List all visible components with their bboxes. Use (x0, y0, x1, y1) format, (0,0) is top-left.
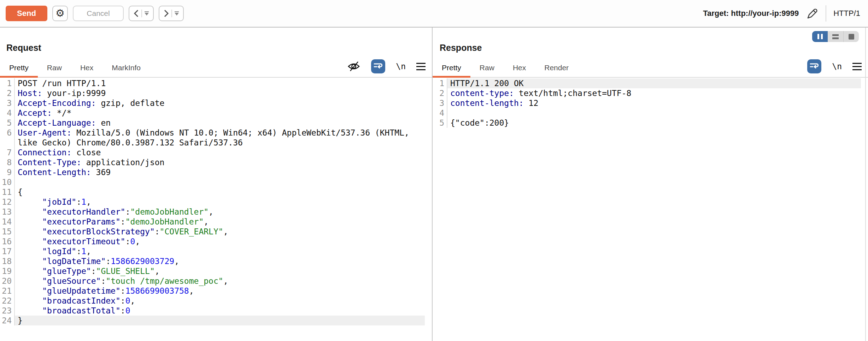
code-line: 17 "logId":1, (0, 246, 432, 256)
code-line: 3content-length: 12 (433, 98, 868, 108)
history-back-button[interactable] (129, 6, 154, 21)
settings-button[interactable]: ⚙︎ (52, 6, 68, 21)
chevron-right-icon (164, 10, 169, 17)
code-line: 2content-type: text/html;charset=UTF-8 (433, 88, 868, 98)
code-line: 1HTTP/1.1 200 OK (433, 78, 868, 88)
tab-render[interactable]: Render (535, 64, 578, 77)
chevron-left-icon (134, 10, 139, 17)
word-wrap-toggle[interactable] (371, 59, 385, 73)
line-number: 12 (0, 197, 15, 207)
cancel-button[interactable]: Cancel (73, 6, 124, 21)
tab-raw[interactable]: Raw (470, 64, 504, 77)
forward-dropdown-icon[interactable] (175, 11, 179, 16)
layout-stacked-button[interactable] (828, 31, 843, 42)
code-line: 2Host: your-ip:9999 (0, 88, 432, 98)
line-number: 10 (0, 177, 15, 187)
send-button[interactable]: Send (6, 6, 47, 21)
single-pane-icon (849, 34, 854, 40)
line-number: 11 (0, 187, 15, 197)
code-line: 6User-Agent: Mozilla/5.0 (Windows NT 10.… (0, 128, 432, 148)
line-number: 2 (433, 88, 447, 98)
newline-toggle[interactable]: \n (396, 62, 406, 71)
rows-layout-icon (832, 34, 839, 39)
wrap-lines-icon (810, 62, 819, 71)
line-number: 5 (0, 118, 15, 128)
newline-toggle[interactable]: \n (832, 62, 842, 71)
line-number: 7 (0, 148, 15, 157)
tab-pretty[interactable]: Pretty (0, 64, 38, 77)
menu-icon[interactable] (852, 63, 862, 70)
response-panel: Response PrettyRawHexRender \n 1HTTP/1. (433, 28, 868, 341)
word-wrap-toggle[interactable] (807, 59, 821, 73)
layout-single-button[interactable] (843, 31, 859, 42)
tab-raw[interactable]: Raw (38, 64, 71, 77)
menu-icon[interactable] (416, 63, 426, 70)
history-forward-button[interactable] (159, 6, 184, 21)
code-line: 20 "glueSource":"touch /tmp/awesome_poc"… (0, 276, 432, 286)
back-dropdown-icon[interactable] (145, 11, 149, 16)
code-line: 24} (0, 316, 432, 325)
request-title: Request (6, 42, 432, 53)
line-number: 2 (0, 88, 15, 98)
tab-hex[interactable]: Hex (71, 64, 102, 77)
http-version-selector[interactable]: HTTP/1 (833, 9, 862, 18)
code-line: 18 "logDateTime":1586629003729, (0, 256, 432, 266)
scrollbar[interactable] (865, 28, 866, 341)
line-number: 3 (0, 98, 15, 108)
response-editor[interactable]: 1HTTP/1.1 200 OK2content-type: text/html… (433, 78, 868, 128)
code-line: 7Connection: close (0, 148, 432, 157)
line-number: 15 (0, 227, 15, 237)
gear-icon: ⚙︎ (55, 7, 65, 19)
request-editor[interactable]: 1POST /run HTTP/1.12Host: your-ip:99993A… (0, 78, 432, 325)
code-line: 8Content-Type: application/json (0, 157, 432, 167)
line-number: 14 (0, 217, 15, 227)
code-line: 4 (433, 108, 868, 118)
code-line: 12 "jobId":1, (0, 197, 432, 207)
divider (171, 10, 172, 17)
tab-markinfo[interactable]: MarkInfo (102, 64, 150, 77)
code-line: 22 "broadcastIndex":0, (0, 296, 432, 306)
line-number: 22 (0, 296, 15, 306)
code-line: 1POST /run HTTP/1.1 (0, 78, 432, 88)
divider (141, 10, 142, 17)
hide-eye-slash-icon[interactable] (347, 61, 360, 72)
line-number: 21 (0, 286, 15, 296)
code-line: 21 "glueUpdatetime":1586699003758, (0, 286, 432, 296)
line-number: 24 (0, 316, 15, 325)
layout-switcher (812, 31, 859, 42)
code-line: 10 (0, 177, 432, 187)
line-number: 18 (0, 256, 15, 266)
layout-side-by-side-button[interactable] (812, 31, 828, 42)
columns-layout-icon (817, 34, 823, 39)
divider (826, 5, 826, 22)
target-label: Target: http://your-ip:9999 (703, 9, 799, 18)
line-number: 20 (0, 276, 15, 286)
line-number: 9 (0, 167, 15, 177)
line-number: 19 (0, 266, 15, 276)
line-number: 17 (0, 246, 15, 256)
line-number: 6 (0, 128, 15, 148)
code-line: 13 "executorHandler":"demoJobHandler", (0, 207, 432, 217)
tab-pretty[interactable]: Pretty (433, 64, 470, 77)
code-line: 9Content-Length: 369 (0, 167, 432, 177)
code-line: 16 "executorTimeout":0, (0, 237, 432, 246)
line-number: 16 (0, 237, 15, 246)
line-number: 4 (0, 108, 15, 118)
wrap-lines-icon (374, 62, 383, 71)
code-line: 14 "executorParams":"demoJobHandler", (0, 217, 432, 227)
code-line: 5{"code":200} (433, 118, 868, 128)
code-line: 4Accept: */* (0, 108, 432, 118)
edit-target-pencil-icon[interactable] (806, 7, 819, 20)
code-line: 15 "executorBlockStrategy":"COVER_EARLY"… (0, 227, 432, 237)
tab-hex[interactable]: Hex (504, 64, 535, 77)
line-number: 13 (0, 207, 15, 217)
request-tabbar: PrettyRawHexMarkInfo \n (0, 56, 432, 78)
line-number: 3 (433, 98, 447, 108)
response-title: Response (440, 42, 868, 53)
line-number: 8 (0, 157, 15, 167)
code-line: 11{ (0, 187, 432, 197)
code-line: 23 "broadcastTotal":0 (0, 306, 432, 316)
line-number: 1 (0, 78, 15, 88)
line-number: 4 (433, 108, 447, 118)
response-tabbar: PrettyRawHexRender \n (433, 56, 868, 78)
